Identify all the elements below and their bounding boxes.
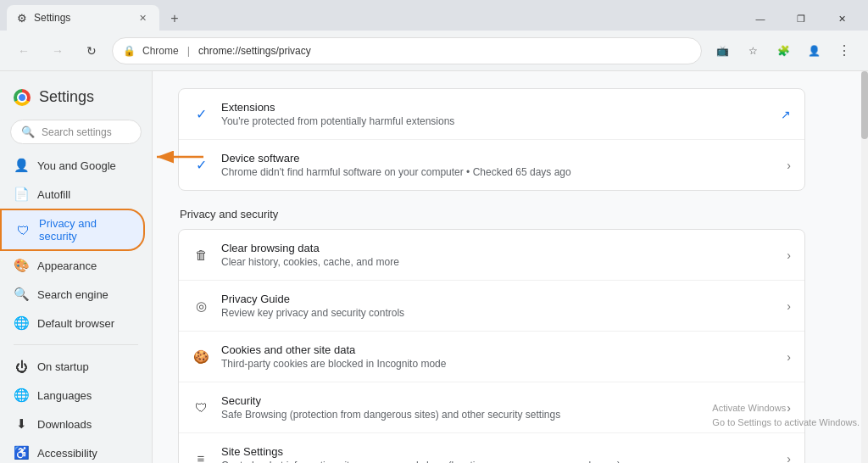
profile-button[interactable]: 👤 — [800, 37, 827, 64]
sidebar-item-accessibility[interactable]: ♿Accessibility — [0, 438, 145, 463]
sidebar: Settings 🔍 Search settings 👤You and Goog… — [0, 71, 153, 463]
address-site: Chrome — [142, 45, 179, 57]
security-desc: Safe Browsing (protection from dangerous… — [221, 409, 775, 421]
activate-windows-watermark: Activate Windows Go to Settings to activ… — [712, 401, 860, 429]
downloads-icon: ⬇ — [14, 416, 29, 432]
address-separator: | — [187, 44, 190, 57]
chrome-logo — [14, 89, 31, 106]
tab-title: Settings — [34, 12, 70, 24]
clear-browsing-data-icon: 🗑 — [192, 247, 209, 264]
activate-line1: Activate Windows — [712, 401, 860, 416]
extensions-title: Extensions — [221, 101, 769, 114]
main-container: Settings 🔍 Search settings 👤You and Goog… — [0, 71, 868, 463]
minimize-button[interactable]: — — [741, 7, 780, 31]
sidebar-item-downloads[interactable]: ⬇Downloads — [0, 410, 145, 438]
extensions-item[interactable]: ✓ Extensions You're protected from poten… — [179, 89, 804, 140]
you-and-google-icon: 👤 — [14, 158, 29, 173]
security-item[interactable]: 🛡SecuritySafe Browsing (protection from … — [179, 382, 804, 433]
activate-line2: Go to Settings to activate Windows. — [712, 416, 860, 430]
device-software-desc: Chrome didn't find harmful software on y… — [221, 166, 775, 178]
close-button[interactable]: ✕ — [822, 7, 861, 31]
clear-browsing-data-item[interactable]: 🗑Clear browsing dataClear history, cooki… — [179, 230, 804, 281]
extensions-content: Extensions You're protected from potenti… — [221, 101, 769, 127]
maximize-button[interactable]: ❐ — [782, 7, 821, 31]
cookies-and-other-site-data-icon: 🍪 — [192, 349, 209, 365]
site-settings-item[interactable]: ≡Site SettingsControls what information … — [179, 433, 804, 463]
security-icon: 🛡 — [192, 399, 209, 416]
extensions-button[interactable]: 🧩 — [770, 37, 797, 64]
accessibility-label: Accessibility — [37, 447, 97, 460]
tab-favicon: ⚙ — [17, 12, 27, 25]
privacy-guide-icon: ◎ — [192, 298, 209, 315]
forward-button[interactable]: → — [44, 37, 71, 64]
site-settings-desc: Controls what information sites can use … — [221, 460, 775, 463]
privacy-guide-content: Privacy GuideReview key privacy and secu… — [221, 293, 775, 319]
active-tab[interactable]: ⚙ Settings ✕ — [7, 5, 159, 31]
site-settings-content: Site SettingsControls what information s… — [221, 445, 775, 463]
clear-browsing-data-content: Clear browsing dataClear history, cookie… — [221, 242, 775, 268]
cookies-and-other-site-data-title: Cookies and other site data — [221, 343, 775, 356]
site-settings-action-icon: › — [787, 452, 791, 464]
sidebar-title: Settings — [39, 88, 94, 106]
menu-button[interactable]: ⋮ — [831, 37, 858, 64]
lock-icon: 🔒 — [123, 45, 136, 57]
default-browser-label: Default browser — [37, 317, 114, 330]
search-engine-label: Search engine — [37, 288, 108, 301]
tab-close-button[interactable]: ✕ — [136, 11, 149, 25]
languages-icon: 🌐 — [14, 388, 29, 403]
device-software-item[interactable]: ✓ Device software Chrome didn't find har… — [179, 140, 804, 190]
you-and-google-label: You and Google — [37, 159, 116, 172]
extensions-external-icon: ↗ — [781, 108, 791, 121]
appearance-label: Appearance — [37, 259, 97, 272]
security-content: SecuritySafe Browsing (protection from d… — [221, 394, 775, 421]
clear-browsing-data-desc: Clear history, cookies, cache, and more — [221, 256, 775, 268]
downloads-label: Downloads — [37, 418, 92, 431]
languages-label: Languages — [37, 389, 92, 402]
sidebar-item-languages[interactable]: 🌐Languages — [0, 381, 145, 410]
cookies-and-other-site-data-action-icon: › — [787, 350, 791, 364]
search-engine-icon: 🔍 — [14, 287, 29, 302]
back-button[interactable]: ← — [10, 37, 37, 64]
sidebar-header: Settings — [0, 78, 152, 116]
scrollbar-thumb[interactable] — [861, 71, 868, 139]
sidebar-item-privacy-and-security[interactable]: 🛡Privacy and security — [0, 209, 145, 251]
clear-browsing-data-title: Clear browsing data — [221, 242, 775, 254]
address-path: chrome://settings/privacy — [198, 45, 311, 57]
cast-button[interactable]: 📺 — [709, 37, 736, 64]
search-icon: 🔍 — [21, 126, 35, 138]
clear-browsing-data-action-icon: › — [787, 248, 791, 262]
search-box[interactable]: 🔍 Search settings — [10, 120, 142, 144]
device-software-content: Device software Chrome didn't find harmf… — [221, 152, 775, 178]
sidebar-divider-1 — [14, 344, 138, 345]
appearance-icon: 🎨 — [14, 258, 29, 273]
device-software-arrow: › — [787, 159, 791, 172]
cookies-and-other-site-data-desc: Third-party cookies are blocked in Incog… — [221, 358, 775, 370]
sidebar-item-default-browser[interactable]: 🌐Default browser — [0, 309, 145, 337]
security-title: Security — [221, 394, 775, 407]
title-bar: ⚙ Settings ✕ + — ❐ ✕ — [0, 0, 868, 31]
sidebar-item-on-startup[interactable]: ⏻On startup — [0, 352, 145, 381]
address-bar[interactable]: 🔒 Chrome | chrome://settings/privacy — [112, 37, 702, 64]
cookies-and-other-site-data-content: Cookies and other site dataThird-party c… — [221, 343, 775, 370]
new-tab-button[interactable]: + — [163, 7, 186, 31]
privacy-guide-title: Privacy Guide — [221, 293, 775, 305]
sidebar-item-appearance[interactable]: 🎨Appearance — [0, 251, 145, 280]
privacy-and-security-label: Privacy and security — [39, 217, 130, 243]
nav-actions: 📺 ☆ 🧩 👤 ⋮ — [709, 37, 858, 64]
sidebar-item-you-and-google[interactable]: 👤You and Google — [0, 151, 145, 180]
check-icon: ✓ — [192, 106, 209, 123]
extensions-desc: You're protected from potentially harmfu… — [221, 115, 769, 127]
bookmark-button[interactable]: ☆ — [739, 37, 766, 64]
autofill-label: Autofill — [37, 188, 70, 201]
on-startup-label: On startup — [37, 360, 89, 373]
scrollbar-track[interactable] — [861, 71, 868, 463]
privacy-guide-item[interactable]: ◎Privacy GuideReview key privacy and sec… — [179, 281, 804, 332]
reload-button[interactable]: ↻ — [78, 37, 105, 64]
privacy-guide-desc: Review key privacy and security controls — [221, 307, 775, 319]
accessibility-icon: ♿ — [14, 445, 29, 460]
on-startup-icon: ⏻ — [14, 359, 29, 374]
privacy-section-title: Privacy and security — [178, 208, 805, 220]
cookies-and-other-site-data-item[interactable]: 🍪Cookies and other site dataThird-party … — [179, 332, 804, 382]
sidebar-item-autofill[interactable]: 📄Autofill — [0, 180, 145, 209]
sidebar-item-search-engine[interactable]: 🔍Search engine — [0, 280, 145, 309]
